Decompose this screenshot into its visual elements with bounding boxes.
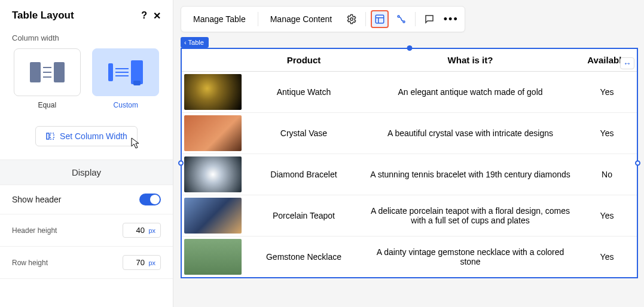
svg-point-7: [403, 21, 405, 23]
manage-table-button[interactable]: Manage Table: [186, 11, 253, 27]
manage-content-button[interactable]: Manage Content: [263, 11, 340, 27]
cell-available: Yes: [577, 72, 637, 113]
col-header-what[interactable]: What is it?: [364, 49, 577, 72]
table-row[interactable]: Antique WatchAn elegant antique watch ma…: [182, 72, 637, 113]
column-width-label: Column width: [0, 29, 173, 48]
cell-description: A stunning tennis bracelet with 19th cen…: [364, 154, 577, 195]
close-icon[interactable]: ✕: [153, 10, 161, 22]
unit-label: px: [148, 227, 155, 234]
table-row[interactable]: Porcelain TeapotA delicate porcelain tea…: [182, 195, 637, 237]
product-thumbnail: [184, 239, 242, 275]
cell-available: Yes: [577, 237, 637, 278]
row-height-input[interactable]: [128, 258, 145, 267]
product-thumbnail: [184, 198, 242, 234]
breadcrumb-table[interactable]: Table: [181, 37, 209, 48]
width-option-equal-label: Equal: [38, 101, 56, 109]
width-option-custom-label: Custom: [114, 101, 138, 109]
resize-handle-left[interactable]: [178, 161, 184, 166]
animation-button[interactable]: [392, 10, 410, 28]
product-thumbnail: [184, 74, 242, 110]
resize-handle-top[interactable]: [407, 45, 412, 51]
product-thumbnail: [184, 115, 242, 151]
gear-icon: [346, 14, 357, 24]
row-height-input-wrap[interactable]: px: [123, 255, 161, 270]
toolbar-divider: [415, 12, 416, 26]
cell-product: Antique Watch: [244, 72, 364, 113]
sidebar-title: Table Layout: [12, 10, 74, 22]
equal-width-icon: [30, 62, 65, 82]
header-height-label: Header height: [12, 226, 57, 235]
toolbar-divider: [258, 12, 258, 26]
cell-description: An elegant antique watch made of gold: [364, 72, 577, 113]
custom-width-icon: [108, 60, 143, 84]
cell-available: Yes: [577, 195, 637, 237]
header-height-input-wrap[interactable]: px: [123, 223, 161, 238]
cell-available: No: [577, 154, 637, 195]
cell-description: A dainty vintage gemstone necklace with …: [364, 237, 577, 278]
cell-available: Yes: [577, 113, 637, 154]
sidebar-header: Table Layout ? ✕: [0, 0, 173, 29]
cursor-icon: [129, 137, 141, 153]
product-thumbnail: [184, 156, 242, 192]
width-options: Equal Custom: [0, 48, 173, 115]
cell-product: Gemstone Necklace: [244, 237, 364, 278]
table-selection[interactable]: ↔ Product What is it? Available Antique …: [181, 48, 638, 278]
resize-handle-right[interactable]: [635, 161, 640, 166]
svg-rect-0: [47, 133, 49, 139]
help-icon[interactable]: ?: [141, 10, 147, 21]
row-height-label: Row height: [12, 259, 48, 267]
table-row[interactable]: Crystal VaseA beautiful crystal vase wit…: [182, 113, 637, 154]
show-header-label: Show header: [12, 195, 62, 204]
layout-sidebar: Table Layout ? ✕ Column width Equal: [0, 0, 173, 307]
cell-description: A beautiful crystal vase with intricate …: [364, 113, 577, 154]
set-column-width-label: Set Column Width: [60, 131, 127, 141]
layout-button[interactable]: [371, 10, 389, 28]
row-height-row: Row height px: [0, 247, 173, 279]
cell-product: Diamond Bracelet: [244, 154, 364, 195]
unit-label: px: [148, 259, 155, 266]
cell-product: Porcelain Teapot: [244, 195, 364, 237]
cell-description: A delicate porcelain teapot with a flora…: [364, 195, 577, 237]
toolbar-divider: [365, 12, 366, 26]
more-button[interactable]: •••: [442, 10, 460, 28]
column-resize-icon[interactable]: ↔: [620, 57, 634, 69]
header-height-row: Header height px: [0, 214, 173, 247]
svg-rect-1: [50, 133, 54, 139]
data-table: Product What is it? Available Antique Wa…: [182, 49, 637, 277]
column-width-icon: [45, 131, 55, 141]
settings-button[interactable]: [343, 10, 361, 28]
table-row[interactable]: Diamond BraceletA stunning tennis bracel…: [182, 154, 637, 195]
width-option-custom[interactable]: Custom: [91, 48, 161, 109]
set-column-width-button[interactable]: Set Column Width: [35, 126, 138, 146]
show-header-toggle[interactable]: [139, 194, 161, 205]
svg-point-2: [350, 18, 353, 21]
comment-icon: [424, 14, 435, 24]
ellipsis-icon: •••: [444, 13, 459, 26]
svg-rect-3: [376, 15, 384, 23]
display-section-header: Display: [0, 160, 173, 185]
svg-point-6: [398, 16, 399, 17]
animation-icon: [396, 14, 407, 24]
layout-icon: [374, 14, 385, 24]
header-height-input[interactable]: [128, 226, 145, 235]
col-header-product[interactable]: Product: [244, 49, 364, 72]
main-canvas: Manage Table Manage Content ••• Table ↔: [173, 0, 644, 307]
table-toolbar: Manage Table Manage Content •••: [181, 6, 465, 32]
table-row[interactable]: Gemstone NecklaceA dainty vintage gemsto…: [182, 237, 637, 278]
cell-product: Crystal Vase: [244, 113, 364, 154]
width-option-equal[interactable]: Equal: [12, 48, 83, 109]
comment-button[interactable]: [420, 10, 438, 28]
show-header-row: Show header: [0, 185, 173, 214]
